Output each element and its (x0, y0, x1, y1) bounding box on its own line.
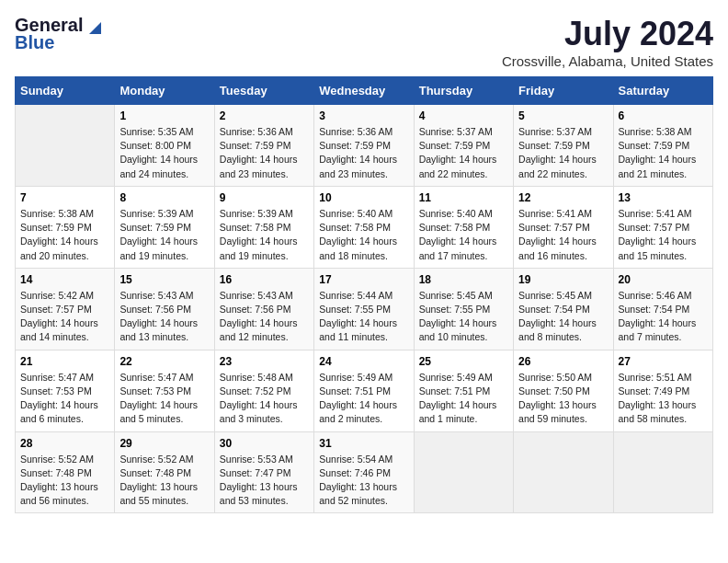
day-info: Sunrise: 5:36 AMSunset: 7:59 PMDaylight:… (220, 125, 309, 181)
day-info: Sunrise: 5:39 AMSunset: 7:59 PMDaylight:… (119, 207, 209, 263)
day-cell: 24Sunrise: 5:49 AMSunset: 7:51 PMDayligh… (314, 350, 414, 431)
day-info: Sunrise: 5:41 AMSunset: 7:57 PMDaylight:… (518, 207, 608, 263)
day-cell: 6Sunrise: 5:38 AMSunset: 7:59 PMDaylight… (613, 105, 712, 187)
calendar-body: 1Sunrise: 5:35 AMSunset: 8:00 PMDaylight… (16, 105, 713, 513)
week-row-0: 1Sunrise: 5:35 AMSunset: 8:00 PMDaylight… (16, 105, 713, 187)
day-info: Sunrise: 5:47 AMSunset: 7:53 PMDaylight:… (20, 371, 109, 427)
day-number: 21 (20, 355, 109, 368)
day-info: Sunrise: 5:40 AMSunset: 7:58 PMDaylight:… (419, 207, 508, 263)
day-info: Sunrise: 5:45 AMSunset: 7:54 PMDaylight:… (518, 289, 608, 345)
day-cell (613, 431, 712, 513)
day-info: Sunrise: 5:43 AMSunset: 7:56 PMDaylight:… (119, 289, 209, 345)
day-info: Sunrise: 5:45 AMSunset: 7:55 PMDaylight:… (419, 289, 508, 345)
week-row-3: 21Sunrise: 5:47 AMSunset: 7:53 PMDayligh… (16, 350, 713, 431)
day-info: Sunrise: 5:37 AMSunset: 7:59 PMDaylight:… (419, 125, 508, 181)
day-info: Sunrise: 5:44 AMSunset: 7:55 PMDaylight:… (319, 289, 408, 345)
day-cell: 22Sunrise: 5:47 AMSunset: 7:53 PMDayligh… (115, 350, 214, 431)
day-cell: 4Sunrise: 5:37 AMSunset: 7:59 PMDaylight… (414, 105, 513, 187)
day-info: Sunrise: 5:35 AMSunset: 8:00 PMDaylight:… (119, 125, 209, 181)
header-friday: Friday (514, 77, 613, 105)
day-number: 23 (220, 355, 309, 368)
day-info: Sunrise: 5:47 AMSunset: 7:53 PMDaylight:… (119, 371, 209, 427)
day-cell: 20Sunrise: 5:46 AMSunset: 7:54 PMDayligh… (613, 268, 712, 350)
day-cell: 31Sunrise: 5:54 AMSunset: 7:46 PMDayligh… (314, 431, 414, 513)
header-monday: Monday (115, 77, 214, 105)
day-cell: 2Sunrise: 5:36 AMSunset: 7:59 PMDaylight… (214, 105, 313, 187)
day-info: Sunrise: 5:43 AMSunset: 7:56 PMDaylight:… (220, 289, 309, 345)
day-cell: 23Sunrise: 5:48 AMSunset: 7:52 PMDayligh… (214, 350, 313, 431)
day-number: 25 (419, 355, 508, 368)
day-number: 22 (119, 355, 209, 368)
header-row: Sunday Monday Tuesday Wednesday Thursday… (16, 77, 713, 105)
day-number: 12 (518, 191, 608, 204)
day-number: 16 (220, 273, 309, 286)
day-number: 28 (20, 437, 109, 450)
day-number: 15 (119, 273, 209, 286)
day-cell: 26Sunrise: 5:50 AMSunset: 7:50 PMDayligh… (514, 350, 613, 431)
day-number: 14 (20, 273, 109, 286)
day-info: Sunrise: 5:48 AMSunset: 7:52 PMDaylight:… (220, 371, 309, 427)
day-number: 27 (619, 355, 708, 368)
day-number: 19 (518, 273, 608, 286)
day-info: Sunrise: 5:40 AMSunset: 7:58 PMDaylight:… (319, 207, 408, 263)
day-cell: 25Sunrise: 5:49 AMSunset: 7:51 PMDayligh… (414, 350, 513, 431)
day-cell: 1Sunrise: 5:35 AMSunset: 8:00 PMDaylight… (115, 105, 214, 187)
day-info: Sunrise: 5:37 AMSunset: 7:59 PMDaylight:… (518, 125, 608, 181)
day-cell: 21Sunrise: 5:47 AMSunset: 7:53 PMDayligh… (16, 350, 115, 431)
day-number: 6 (619, 109, 708, 122)
day-cell: 13Sunrise: 5:41 AMSunset: 7:57 PMDayligh… (613, 186, 712, 268)
page-header: General Blue July 2024 Crossville, Alaba… (15, 15, 713, 69)
day-number: 13 (619, 191, 708, 204)
day-cell: 18Sunrise: 5:45 AMSunset: 7:55 PMDayligh… (414, 268, 513, 350)
day-info: Sunrise: 5:53 AMSunset: 7:47 PMDaylight:… (220, 453, 309, 509)
title-section: July 2024 Crossville, Alabama, United St… (502, 15, 713, 69)
day-info: Sunrise: 5:36 AMSunset: 7:59 PMDaylight:… (319, 125, 408, 181)
header-wednesday: Wednesday (314, 77, 414, 105)
week-row-4: 28Sunrise: 5:52 AMSunset: 7:48 PMDayligh… (16, 431, 713, 513)
day-info: Sunrise: 5:50 AMSunset: 7:50 PMDaylight:… (518, 371, 608, 427)
day-number: 5 (518, 109, 608, 122)
svg-marker-0 (89, 22, 101, 34)
day-cell: 8Sunrise: 5:39 AMSunset: 7:59 PMDaylight… (115, 186, 214, 268)
day-info: Sunrise: 5:39 AMSunset: 7:58 PMDaylight:… (220, 207, 309, 263)
day-info: Sunrise: 5:41 AMSunset: 7:57 PMDaylight:… (619, 207, 708, 263)
day-cell: 17Sunrise: 5:44 AMSunset: 7:55 PMDayligh… (314, 268, 414, 350)
day-cell: 9Sunrise: 5:39 AMSunset: 7:58 PMDaylight… (214, 186, 313, 268)
day-number: 3 (319, 109, 408, 122)
day-number: 1 (119, 109, 209, 122)
day-info: Sunrise: 5:52 AMSunset: 7:48 PMDaylight:… (119, 453, 209, 509)
day-number: 26 (518, 355, 608, 368)
calendar-header: Sunday Monday Tuesday Wednesday Thursday… (16, 77, 713, 105)
day-cell: 27Sunrise: 5:51 AMSunset: 7:49 PMDayligh… (613, 350, 712, 431)
logo: General Blue (15, 15, 101, 53)
header-tuesday: Tuesday (214, 77, 313, 105)
day-info: Sunrise: 5:49 AMSunset: 7:51 PMDaylight:… (419, 371, 508, 427)
day-cell: 11Sunrise: 5:40 AMSunset: 7:58 PMDayligh… (414, 186, 513, 268)
month-title: July 2024 (502, 15, 713, 53)
day-number: 9 (220, 191, 309, 204)
header-saturday: Saturday (613, 77, 712, 105)
day-number: 2 (220, 109, 309, 122)
day-cell: 3Sunrise: 5:36 AMSunset: 7:59 PMDaylight… (314, 105, 414, 187)
day-number: 8 (119, 191, 209, 204)
day-cell: 5Sunrise: 5:37 AMSunset: 7:59 PMDaylight… (514, 105, 613, 187)
day-number: 30 (220, 437, 309, 450)
week-row-1: 7Sunrise: 5:38 AMSunset: 7:59 PMDaylight… (16, 186, 713, 268)
day-info: Sunrise: 5:54 AMSunset: 7:46 PMDaylight:… (319, 453, 408, 509)
day-info: Sunrise: 5:38 AMSunset: 7:59 PMDaylight:… (20, 207, 109, 263)
day-info: Sunrise: 5:38 AMSunset: 7:59 PMDaylight:… (619, 125, 708, 181)
day-cell: 10Sunrise: 5:40 AMSunset: 7:58 PMDayligh… (314, 186, 414, 268)
header-thursday: Thursday (414, 77, 513, 105)
day-number: 11 (419, 191, 508, 204)
day-number: 29 (119, 437, 209, 450)
day-number: 18 (419, 273, 508, 286)
header-sunday: Sunday (16, 77, 115, 105)
day-cell (16, 105, 115, 187)
location: Crossville, Alabama, United States (502, 53, 713, 69)
day-number: 17 (319, 273, 408, 286)
day-info: Sunrise: 5:49 AMSunset: 7:51 PMDaylight:… (319, 371, 408, 427)
day-cell: 19Sunrise: 5:45 AMSunset: 7:54 PMDayligh… (514, 268, 613, 350)
logo-icon (85, 17, 101, 34)
day-cell: 15Sunrise: 5:43 AMSunset: 7:56 PMDayligh… (115, 268, 214, 350)
day-number: 4 (419, 109, 508, 122)
